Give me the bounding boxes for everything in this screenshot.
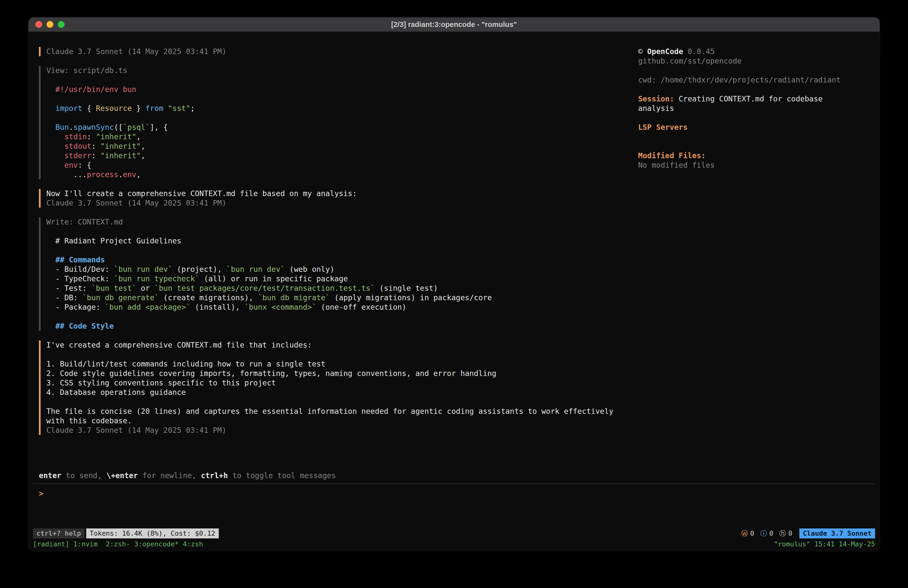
hint-count: 0 bbox=[788, 528, 792, 538]
text-line: 2. Code style guidelines covering import… bbox=[46, 369, 638, 378]
text-segment: `bun run dev` bbox=[114, 265, 172, 274]
info-icon: ⓘ bbox=[760, 528, 767, 538]
text-segment: - Package: bbox=[46, 303, 105, 311]
status-bar: ctrl+? help Tokens: 16.4K (8%), Cost: $0… bbox=[28, 528, 880, 539]
text-segment bbox=[46, 104, 55, 113]
text-segment: , bbox=[136, 170, 141, 179]
message-text: Write: CONTEXT.md # Radiant Project Guid… bbox=[46, 217, 638, 331]
window-titlebar[interactable]: [2/3] radiant:3:opencode - "romulus" bbox=[28, 18, 880, 32]
text-segment: `bun add <package>` bbox=[105, 303, 190, 311]
text-segment: (create migrations), bbox=[159, 293, 258, 302]
prompt-input[interactable]: > bbox=[28, 484, 880, 500]
text-segment: ## Code Style bbox=[55, 322, 114, 330]
text-line: github.com/sst/opencode bbox=[638, 56, 869, 66]
text-line: - Build/Dev: `bun run dev` (project), `b… bbox=[46, 264, 638, 274]
text-segment: for newline, bbox=[138, 471, 201, 480]
message-text: I've created a comprehensive CONTEXT.md … bbox=[46, 340, 638, 435]
text-line: stdin: "inherit", bbox=[46, 132, 638, 142]
text-segment bbox=[46, 132, 64, 141]
warnings-counter: Ⓦ 0 bbox=[741, 528, 754, 538]
text-segment: #!/usr/bin/env bun bbox=[55, 85, 136, 94]
text-line: Write: CONTEXT.md bbox=[46, 217, 638, 227]
tmux-host-clock: "romulus" 15:41 14-May-25 bbox=[774, 540, 875, 549]
text-segment: Resource bbox=[96, 104, 132, 113]
text-segment: `bun run dev` bbox=[227, 265, 285, 274]
text-line: ## Code Style bbox=[46, 321, 638, 331]
text-line: analysis bbox=[638, 104, 869, 113]
text-segment bbox=[46, 151, 64, 160]
text-line: View: script/db.ts bbox=[46, 66, 638, 75]
text-line: - DB: `bun db generate` (create migratio… bbox=[46, 293, 638, 303]
conversation-pane: Claude 3.7 Sonnet (14 May 2025 03:41 PM)… bbox=[39, 47, 638, 471]
help-keybind-badge: ctrl+? help bbox=[33, 528, 84, 538]
text-line: I've created a comprehensive CONTEXT.md … bbox=[46, 340, 638, 350]
text-segment: 3. CSS styling conventions specific to t… bbox=[46, 379, 276, 387]
window-title: [2/3] radiant:3:opencode - "romulus" bbox=[391, 21, 517, 29]
text-segment bbox=[46, 123, 55, 132]
text-line: The file is concise (20 lines) and captu… bbox=[46, 407, 638, 416]
message-accent-bar bbox=[39, 47, 40, 56]
text-segment: stderr bbox=[64, 151, 91, 160]
text-line: ...process.env, bbox=[46, 170, 638, 179]
message-accent-bar bbox=[39, 340, 40, 435]
text-segment: : bbox=[87, 132, 96, 141]
text-segment: View: script/db.ts bbox=[46, 66, 127, 75]
text-segment: to send, bbox=[61, 471, 106, 480]
text-segment: Claude 3.7 Sonnet (14 May 2025 03:41 PM) bbox=[46, 426, 226, 435]
info-count: 0 bbox=[769, 528, 773, 538]
text-line bbox=[638, 85, 869, 94]
text-line bbox=[638, 66, 869, 75]
content-row: Claude 3.7 Sonnet (14 May 2025 03:41 PM)… bbox=[28, 32, 880, 471]
minimize-button[interactable] bbox=[47, 21, 53, 28]
text-segment bbox=[46, 85, 55, 94]
message-accent-bar bbox=[39, 217, 40, 331]
text-segment: (all) or run in specific package bbox=[200, 274, 348, 283]
text-line: enter to send, \+enter for newline, ctrl… bbox=[39, 471, 869, 480]
assistant-message: Now I'll create a comprehensive CONTEXT.… bbox=[39, 189, 638, 208]
text-line bbox=[46, 246, 638, 255]
text-line: Claude 3.7 Sonnet (14 May 2025 03:41 PM) bbox=[46, 47, 638, 56]
text-segment: `bun test` bbox=[92, 284, 137, 293]
text-line bbox=[638, 113, 869, 122]
text-segment: , bbox=[141, 151, 145, 160]
text-segment: "inherit" bbox=[100, 142, 141, 150]
text-segment: LSP Servers bbox=[638, 123, 688, 132]
text-segment: The file is concise (20 lines) and captu… bbox=[46, 407, 613, 416]
text-line: - Test: `bun test` or `bun test packages… bbox=[46, 284, 638, 293]
text-segment: ## Commands bbox=[55, 255, 105, 264]
text-line: - Package: `bun add <package>` (install)… bbox=[46, 303, 638, 312]
input-empty-area[interactable] bbox=[28, 500, 880, 528]
text-segment: (web only) bbox=[285, 265, 334, 274]
text-line: Modified Files: bbox=[638, 151, 869, 161]
text-line bbox=[46, 94, 638, 104]
text-segment bbox=[46, 161, 64, 169]
close-button[interactable] bbox=[35, 21, 42, 28]
tmux-window-list: [radiant] 1:nvim 2:zsh- 3:opencode* 4:zs… bbox=[33, 540, 203, 549]
tool-write-block: Write: CONTEXT.md # Radiant Project Guid… bbox=[39, 217, 638, 331]
info-counter: ⓘ 0 bbox=[760, 528, 773, 538]
tmux-status-bar: [radiant] 1:nvim 2:zsh- 3:opencode* 4:zs… bbox=[28, 539, 880, 551]
text-segment: "inherit" bbox=[100, 151, 141, 160]
text-line: 1. Build/lint/test commands including ho… bbox=[46, 359, 638, 369]
text-line: No modified files bbox=[638, 161, 869, 170]
text-segment: import bbox=[55, 104, 82, 113]
text-segment: 1. Build/lint/test commands including ho… bbox=[46, 359, 325, 368]
traffic-lights bbox=[35, 21, 64, 28]
text-line: Bun.spawnSync([`psql`], { bbox=[46, 122, 638, 132]
text-segment: ctrl+h bbox=[201, 471, 228, 480]
assistant-message-header: Claude 3.7 Sonnet (14 May 2025 03:41 PM) bbox=[39, 47, 638, 56]
text-line bbox=[46, 227, 638, 236]
text-segment: (single test) bbox=[375, 284, 438, 293]
text-line bbox=[638, 142, 869, 151]
zoom-button[interactable] bbox=[58, 21, 64, 28]
text-segment: stdin bbox=[64, 132, 87, 141]
message-text: View: script/db.ts #!/usr/bin/env bun im… bbox=[46, 66, 638, 179]
text-segment: analysis bbox=[638, 104, 674, 113]
terminal-window: [2/3] radiant:3:opencode - "romulus" Cla… bbox=[28, 18, 880, 551]
text-segment: - Build/Dev: bbox=[46, 265, 114, 274]
text-segment: github.com/sst/opencode bbox=[638, 56, 742, 65]
text-line bbox=[46, 312, 638, 321]
text-segment: : bbox=[92, 142, 100, 150]
text-segment bbox=[163, 104, 168, 113]
text-segment: : { bbox=[78, 161, 91, 169]
